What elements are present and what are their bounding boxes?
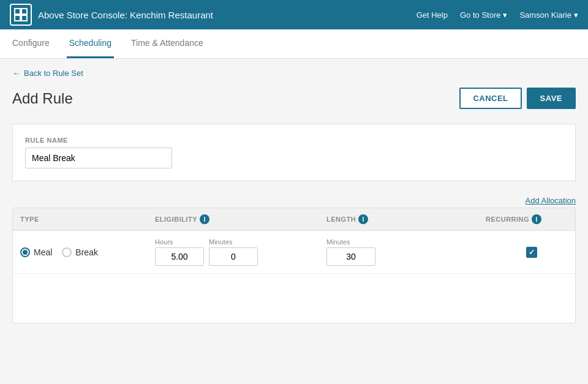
cancel-button[interactable]: CANCEL [459, 88, 521, 109]
eligibility-minutes-input[interactable] [209, 247, 258, 266]
save-button[interactable]: SAVE [527, 88, 576, 109]
break-label: Break [75, 247, 98, 257]
empty-table-row [13, 274, 575, 323]
header-buttons: CANCEL SAVE [459, 88, 576, 109]
svg-rect-1 [21, 9, 27, 14]
length-info-icon[interactable]: i [358, 214, 368, 224]
tab-scheduling[interactable]: Scheduling [67, 29, 114, 58]
main-content: ← Back to Rule Set Add Rule CANCEL SAVE … [0, 59, 588, 333]
length-minutes-label: Minutes [326, 238, 486, 246]
svg-rect-3 [21, 15, 27, 21]
svg-rect-0 [15, 9, 20, 14]
eligibility-minutes-label: Minutes [209, 238, 258, 246]
hours-label: Hours [155, 238, 204, 246]
recurring-checkbox[interactable] [526, 247, 537, 258]
chevron-down-icon: ▾ [503, 10, 507, 20]
page-title: Add Rule [12, 90, 73, 107]
rule-name-input[interactable] [25, 148, 172, 168]
add-allocation-link[interactable]: Add Allocation [526, 196, 576, 205]
eligibility-inputs: Hours Minutes [155, 238, 326, 266]
eligibility-info-icon[interactable]: i [200, 214, 209, 224]
app-logo [10, 4, 32, 26]
table-header: TYPE ELIGIBILITY i LENGTH i RECURRING i [13, 208, 575, 231]
col-header-recurring: RECURRING i [486, 214, 576, 224]
length-minutes-field: Minutes [326, 238, 486, 266]
hours-field: Hours [155, 238, 204, 266]
col-header-type: TYPE [20, 214, 155, 224]
user-menu-dropdown[interactable]: Samson Kiarie ▾ [519, 10, 578, 20]
eligibility-cell: Hours Minutes [155, 238, 326, 266]
length-cell: Minutes [326, 238, 486, 266]
page-header: Add Rule CANCEL SAVE [12, 88, 576, 109]
tab-bar: Configure Scheduling Time & Attendance [0, 29, 588, 59]
break-radio-option[interactable]: Break [62, 247, 98, 257]
meal-radio-button[interactable] [20, 247, 30, 257]
tab-time-attendance[interactable]: Time & Attendance [129, 29, 206, 58]
meal-label: Meal [34, 247, 52, 257]
meal-radio-option[interactable]: Meal [20, 247, 52, 257]
nav-user-section: Get Help Go to Store ▾ Samson Kiarie ▾ [417, 10, 578, 20]
type-cell: Meal Break [20, 247, 155, 257]
goto-store-dropdown[interactable]: Go to Store ▾ [460, 10, 507, 20]
rule-name-section: RULE NAME [12, 124, 576, 181]
recurring-cell [486, 247, 576, 258]
table-row: Meal Break Hours Minutes [13, 231, 575, 274]
back-arrow-icon: ← [12, 69, 20, 78]
top-navigation: Above Store Console: Kenchim Restaurant … [0, 0, 588, 29]
add-allocation-row: Add Allocation [12, 191, 576, 208]
col-header-length: LENGTH i [326, 214, 486, 224]
svg-rect-2 [15, 15, 20, 21]
nav-brand: Above Store Console: Kenchim Restaurant [10, 4, 213, 26]
eligibility-minutes-field: Minutes [209, 238, 258, 266]
length-minutes-input[interactable] [326, 247, 375, 266]
back-to-rule-set-link[interactable]: ← Back to Rule Set [12, 69, 576, 78]
rule-name-label: RULE NAME [25, 137, 563, 144]
tab-configure[interactable]: Configure [10, 29, 52, 58]
help-link[interactable]: Get Help [417, 10, 448, 20]
chevron-down-icon-user: ▾ [574, 10, 578, 20]
back-link-label: Back to Rule Set [24, 69, 83, 78]
recurring-info-icon[interactable]: i [532, 214, 541, 224]
app-title: Above Store Console: Kenchim Restaurant [38, 10, 213, 20]
hours-input[interactable] [155, 247, 204, 266]
col-header-eligibility: ELIGIBILITY i [155, 214, 326, 224]
allocation-table: TYPE ELIGIBILITY i LENGTH i RECURRING i [12, 208, 576, 323]
break-radio-button[interactable] [62, 247, 72, 257]
